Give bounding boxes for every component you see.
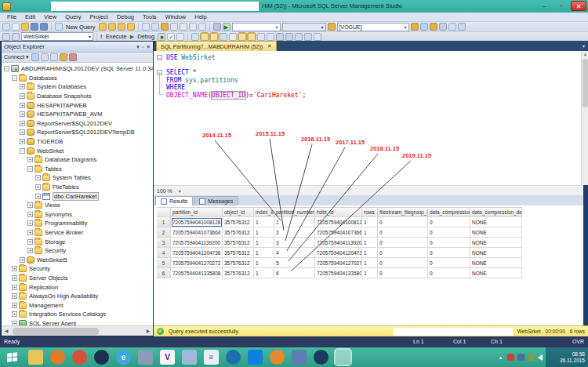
tree-item[interactable]: +Database Diagrams — [2, 155, 153, 165]
expand-icon[interactable]: + — [12, 275, 17, 281]
oe-refresh-icon[interactable] — [31, 53, 39, 61]
grid-cell[interactable]: 357576312 — [223, 227, 254, 238]
grid-cell[interactable]: 72057594041073664 — [315, 227, 362, 238]
grid-cell[interactable]: 0 — [378, 238, 428, 248]
grid-cell[interactable]: 6 — [274, 268, 315, 278]
db-query-save-icon[interactable] — [118, 23, 125, 31]
sphere-app-icon[interactable] — [94, 350, 109, 365]
zoom-level[interactable]: 100 % — [157, 188, 172, 194]
column-header[interactable]: filestream_filegroup_id — [378, 207, 428, 217]
tree-item[interactable]: +HESAPKITAPWEB — [2, 100, 153, 110]
menu-edit[interactable]: Edit — [21, 13, 39, 20]
menu-help[interactable]: Help — [191, 13, 210, 20]
expand-icon[interactable]: + — [12, 311, 17, 317]
grid-cell[interactable]: 1 — [362, 217, 378, 227]
intellisense-icon[interactable] — [201, 33, 209, 41]
grid-cell[interactable]: 1 — [254, 217, 274, 227]
expand-icon[interactable]: + — [35, 175, 41, 180]
media-app-icon[interactable] — [138, 350, 153, 365]
font-color-icon[interactable] — [142, 23, 150, 31]
tree-item[interactable]: +Replication — [2, 282, 153, 292]
tree-item[interactable]: +ReportServer$SQL2012DEV — [2, 119, 153, 129]
tree-item[interactable]: +Service Broker — [2, 228, 153, 238]
oe-stop-icon[interactable] — [50, 53, 58, 61]
expand-icon[interactable]: + — [20, 129, 25, 135]
add-item-icon[interactable] — [12, 23, 20, 31]
expand-icon[interactable]: + — [35, 184, 41, 190]
java-icon[interactable] — [270, 350, 285, 365]
tree-item[interactable]: +ReportServer$SQL2012DEVTempDB — [2, 128, 153, 137]
row-header[interactable]: 1 — [157, 217, 171, 227]
column-header[interactable]: data_compression — [428, 207, 470, 217]
visual-studio-icon[interactable]: V — [160, 350, 175, 365]
grid-cell[interactable]: 1 — [254, 238, 274, 248]
tree-item[interactable]: +Database Snapshots — [2, 92, 153, 101]
expand-icon[interactable]: + — [12, 293, 17, 299]
snippet-icon[interactable] — [314, 33, 321, 41]
grid-cell[interactable]: 0 — [428, 227, 470, 238]
grid-cell[interactable]: 4 — [274, 248, 315, 258]
tree-item[interactable]: +Security — [2, 264, 153, 274]
tree-item[interactable]: –WebSirket — [2, 146, 153, 155]
column-header[interactable]: partition_id — [171, 207, 223, 217]
tree-item[interactable]: +HESAPKITAPWEB_AVM — [2, 110, 153, 119]
vogue-combo[interactable]: [VOGUE]▾ — [337, 23, 409, 31]
scroll-left-icon[interactable]: ◀ — [2, 327, 11, 336]
grid-cell[interactable]: 0 — [428, 268, 470, 278]
expand-icon[interactable]: + — [27, 248, 33, 253]
chrome-icon[interactable] — [72, 350, 87, 365]
refresh-icon[interactable] — [420, 23, 428, 31]
available-databases-icon[interactable] — [2, 33, 10, 41]
redo-icon[interactable] — [180, 23, 187, 31]
toolbar-combo-empty[interactable]: ▾ — [232, 23, 281, 31]
grid-corner[interactable] — [157, 207, 171, 217]
row-header[interactable]: 6 — [157, 268, 171, 278]
expand-icon[interactable]: + — [27, 212, 33, 217]
column-header[interactable]: hobt_id — [315, 207, 362, 217]
taskbar-clock[interactable]: 08:58 26.11.2015 — [546, 347, 588, 367]
connect-button[interactable]: Connect ▾ — [4, 54, 29, 60]
tree-item[interactable]: –Tables — [2, 165, 153, 174]
db-query-new-icon[interactable] — [108, 23, 116, 31]
tree-item[interactable]: –ABDURRAHIM\SQL2012DEV (SQL Server 11.0.… — [2, 64, 153, 74]
object-explorer-hscrollbar[interactable]: ◀ ▶ — [2, 325, 153, 336]
grid-cell[interactable]: 357576312 — [223, 268, 254, 278]
debug-button[interactable]: ▶ Debug — [130, 33, 157, 40]
tree-item[interactable]: +System Databases — [2, 82, 153, 92]
uncomment-icon[interactable] — [267, 33, 274, 41]
expand-icon[interactable]: + — [27, 220, 33, 226]
document-list-dropdown-icon[interactable]: ▾ — [583, 43, 585, 49]
tree-item[interactable]: +TIGERDB — [2, 137, 153, 147]
scrollbar-thumb[interactable] — [583, 59, 588, 107]
navigate-forward-icon[interactable] — [198, 23, 206, 31]
grid-cell[interactable]: 0 — [428, 217, 470, 227]
collapse-icon[interactable]: – — [27, 166, 33, 172]
menu-tools[interactable]: Tools — [139, 13, 161, 20]
filter-icon[interactable] — [430, 23, 437, 31]
grid-cell[interactable]: 72057594041204736 — [315, 248, 362, 258]
oe-dropdown-icon[interactable]: ▾ — [136, 44, 140, 50]
tree-item[interactable]: +Programmability — [2, 219, 153, 228]
grid-cell[interactable]: 357576312 — [223, 258, 254, 268]
results-to-file-icon[interactable] — [248, 33, 256, 41]
tab-messages[interactable]: Messages — [194, 196, 238, 205]
tree-item[interactable]: +System Tables — [2, 173, 153, 183]
tree-item[interactable]: +Security — [2, 246, 153, 256]
grid-cell[interactable]: 357576312 — [223, 248, 254, 258]
expand-icon[interactable]: + — [35, 194, 41, 199]
oe-disconnect-icon[interactable] — [41, 53, 49, 61]
column-header[interactable]: object_id — [223, 207, 254, 217]
grid-cell[interactable]: 72057594041008128 — [171, 217, 223, 227]
tree-item[interactable]: +Management — [2, 300, 153, 310]
cancel-query-icon[interactable] — [176, 33, 184, 41]
network-icon[interactable] — [517, 354, 524, 361]
grid-cell[interactable]: 357576312 — [223, 238, 254, 248]
notepad-icon[interactable]: ≡ — [204, 350, 219, 365]
documents-folder-icon[interactable] — [182, 350, 197, 365]
grid-cell[interactable]: 3 — [274, 238, 315, 248]
expand-icon[interactable]: + — [27, 157, 33, 162]
menu-query[interactable]: Query — [61, 13, 85, 20]
navigate-back-icon[interactable] — [189, 23, 197, 31]
tree-item[interactable]: –Databases — [2, 74, 153, 83]
grid-cell[interactable]: 1 — [254, 248, 274, 258]
